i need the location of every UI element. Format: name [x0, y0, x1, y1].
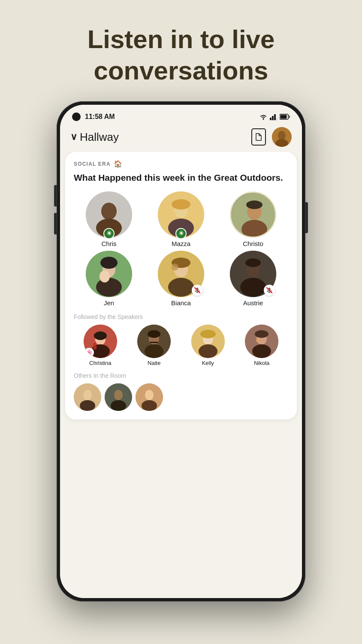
- svg-point-65: [145, 390, 154, 400]
- status-left: 11:58 AM: [72, 112, 115, 121]
- page-background: Listen in to live conversations 11:58 AM: [0, 0, 362, 644]
- speaker-name-chris: Chris: [101, 240, 116, 247]
- svg-point-35: [245, 258, 261, 267]
- audience-item-christina[interactable]: 🌸 Christina: [74, 325, 127, 366]
- avatar-container: [230, 191, 276, 238]
- status-icons: [259, 113, 290, 120]
- audience-name-naite: Naite: [148, 360, 160, 366]
- svg-point-41: [94, 331, 107, 340]
- nav-bar: ∨ Hallway: [60, 124, 302, 152]
- audience-item-naite[interactable]: Naite: [128, 325, 181, 366]
- svg-point-36: [240, 278, 266, 297]
- svg-point-18: [246, 200, 262, 209]
- audience-avatar-christina: 🌸: [84, 325, 117, 358]
- svg-point-19: [241, 220, 267, 238]
- speaker-item-chris[interactable]: ✳ Chris: [74, 191, 144, 247]
- signal-icon: [270, 113, 278, 120]
- avatar-christo: [230, 191, 276, 238]
- audience-section-label: Followed by the Speakers: [74, 313, 288, 320]
- muted-badge-austrie: [264, 285, 275, 296]
- svg-point-22: [100, 257, 118, 269]
- avatar-container: ✳: [158, 191, 204, 238]
- svg-point-7: [278, 131, 286, 140]
- audience-avatar-nikola: [245, 325, 278, 358]
- other-avatar-2[interactable]: [105, 383, 132, 411]
- svg-rect-0: [270, 118, 272, 120]
- speaker-item-austrie[interactable]: Austrie: [218, 251, 288, 307]
- audience-name-nikola: Nikola: [254, 360, 269, 366]
- muted-badge-bianca: [192, 285, 203, 296]
- speaker-name-bianca: Bianca: [171, 299, 191, 307]
- battery-icon: [280, 114, 290, 120]
- room-label-text: SOCIAL ERA: [74, 161, 111, 167]
- home-icon: 🏠: [114, 160, 122, 168]
- svg-point-23: [96, 278, 122, 297]
- speaker-name-mazza: Mazza: [172, 240, 190, 247]
- phone-inner: 11:58 AM: [60, 105, 302, 598]
- others-section-label: Others In the Room: [74, 372, 288, 379]
- page-title-area: Listen in to live conversations: [53, 0, 309, 101]
- speaker-badge-mazza: ✳: [175, 228, 187, 239]
- audience-name-kelly: Kelly: [202, 360, 214, 366]
- user-avatar-nav[interactable]: [272, 127, 292, 147]
- svg-rect-3: [276, 118, 278, 120]
- svg-point-66: [142, 400, 157, 411]
- avatar-container: [158, 251, 204, 297]
- avatar-container: ✳: [86, 191, 132, 238]
- wifi-icon: [259, 113, 268, 120]
- status-bar: 11:58 AM: [60, 105, 302, 124]
- audience-avatar-naite: [137, 325, 171, 358]
- svg-point-10: [101, 203, 117, 220]
- svg-point-57: [256, 337, 259, 343]
- status-time: 11:58 AM: [85, 113, 115, 121]
- svg-point-51: [200, 330, 216, 338]
- svg-rect-2: [274, 114, 276, 120]
- room-title: What Happened this week in the Great Out…: [74, 172, 288, 183]
- svg-point-62: [114, 390, 123, 400]
- room-card[interactable]: SOCIAL ERA 🏠 What Happened this week in …: [65, 152, 297, 419]
- speakers-grid: ✳ Chris: [74, 191, 288, 307]
- power-button: [305, 202, 308, 233]
- other-avatar-3[interactable]: [136, 383, 163, 411]
- svg-point-47: [145, 344, 163, 358]
- screen: 11:58 AM: [60, 105, 302, 598]
- phone-device: 11:58 AM: [57, 101, 305, 601]
- svg-point-46: [148, 330, 160, 338]
- svg-point-29: [172, 264, 178, 270]
- audience-item-kelly[interactable]: Kelly: [181, 325, 235, 366]
- others-avatars-row: [74, 383, 288, 411]
- speaker-name-christo: Christo: [243, 240, 263, 247]
- nav-chevron: ∨: [70, 132, 77, 142]
- nav-right: [251, 127, 292, 147]
- avatar-container: [230, 251, 276, 297]
- svg-point-14: [172, 199, 190, 210]
- avatar-container: [86, 251, 132, 297]
- audience-grid: 🌸 Christina: [74, 325, 288, 366]
- svg-point-52: [199, 344, 217, 358]
- svg-rect-43: [93, 343, 97, 349]
- svg-point-63: [111, 400, 126, 411]
- svg-point-59: [83, 390, 92, 400]
- volume-up-button: [54, 185, 57, 207]
- nav-left[interactable]: ∨ Hallway: [70, 131, 119, 144]
- svg-point-55: [255, 330, 268, 338]
- other-avatar-1[interactable]: [74, 383, 101, 411]
- content-area: SOCIAL ERA 🏠 What Happened this week in …: [60, 152, 302, 598]
- page-title: Listen in to live conversations: [87, 24, 275, 86]
- svg-rect-1: [272, 116, 274, 120]
- speaker-item-christo[interactable]: Christo: [218, 191, 288, 247]
- svg-rect-5: [281, 115, 287, 119]
- audience-item-nikola[interactable]: Nikola: [235, 325, 289, 366]
- volume-down-button: [54, 213, 57, 234]
- svg-point-24: [100, 270, 110, 283]
- speaker-item-mazza[interactable]: ✳ Mazza: [146, 191, 216, 247]
- speaker-name-jen: Jen: [104, 299, 114, 307]
- svg-point-60: [80, 400, 95, 411]
- speaker-name-austrie: Austrie: [243, 299, 263, 307]
- avatar-jen: [86, 251, 132, 297]
- speaker-item-jen[interactable]: Jen: [74, 251, 144, 307]
- speaker-item-bianca[interactable]: Bianca: [146, 251, 216, 307]
- svg-point-28: [168, 278, 194, 297]
- document-icon[interactable]: [251, 128, 266, 146]
- svg-rect-48: [150, 342, 158, 343]
